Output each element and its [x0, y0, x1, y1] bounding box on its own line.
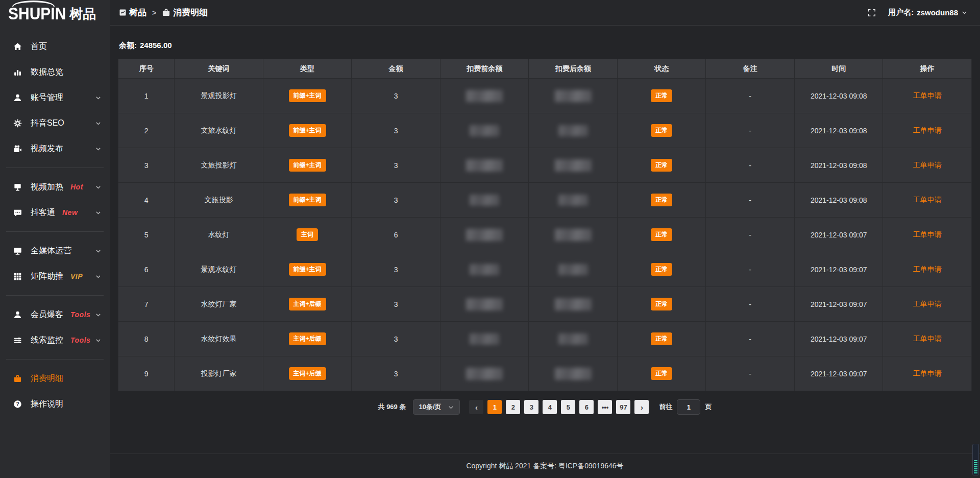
next-page-button[interactable]: › [634, 400, 649, 414]
sidebar-item-label: 全媒体运营 [31, 246, 71, 256]
page-button-6[interactable]: 6 [579, 400, 594, 414]
sidebar-item-tag: Hot [70, 183, 83, 191]
type-badge: 前缀+主词 [289, 159, 326, 171]
page-button-4[interactable]: 4 [543, 400, 557, 414]
work-order-link[interactable]: 工单申请 [913, 334, 942, 343]
cell-type: 前缀+主词 [263, 79, 352, 113]
redacted-value [555, 229, 592, 241]
status-badge: 正常 [651, 124, 672, 136]
sidebar-item-13[interactable]: 线索监控Tools [0, 327, 110, 353]
cell-action: 工单申请 [883, 252, 972, 287]
work-order-link[interactable]: 工单申请 [913, 230, 942, 238]
cell-time: 2021-12-03 09:08 [794, 113, 883, 148]
cell-keyword: 文旅水纹灯 [175, 113, 263, 148]
sidebar-item-12[interactable]: 会员爆客Tools [0, 302, 110, 327]
page-button-3[interactable]: 3 [524, 400, 538, 414]
page-button-1[interactable]: 1 [487, 400, 502, 414]
user-menu[interactable]: 用户名: zswodun88 [888, 8, 968, 17]
member-icon [13, 310, 23, 319]
type-badge: 主词+后缀 [289, 298, 326, 310]
sidebar-item-2[interactable]: 账号管理 [0, 85, 110, 110]
cell-type: 前缀+主词 [263, 183, 352, 218]
status-badge: 正常 [651, 332, 672, 345]
cell-action: 工单申请 [883, 322, 972, 356]
cell-remark: - [706, 148, 795, 183]
table-row: 1景观投影灯前缀+主词3正常-2021-12-03 09:08工单申请 [118, 79, 972, 113]
fullscreen-icon[interactable] [868, 9, 876, 17]
sidebar-item-15[interactable]: 消费明细 [0, 366, 110, 391]
type-badge: 前缀+主词 [289, 124, 326, 136]
page-size-select[interactable]: 10条/页 [413, 399, 460, 415]
work-order-link[interactable]: 工单申请 [913, 265, 942, 273]
cell-action: 工单申请 [883, 218, 972, 252]
cell-status: 正常 [617, 218, 706, 252]
work-order-link[interactable]: 工单申请 [913, 196, 942, 204]
sidebar-item-label: 消费明细 [31, 373, 63, 384]
cell-action: 工单申请 [883, 287, 972, 322]
column-header: 扣费后余额 [529, 59, 618, 79]
breadcrumb-item-0[interactable]: 树品 [119, 7, 146, 18]
status-badge: 正常 [651, 194, 672, 206]
column-header: 操作 [883, 59, 972, 79]
page-button-97[interactable]: 97 [616, 400, 630, 414]
sidebar-item-label: 矩阵助推 [31, 271, 63, 282]
logo-arc [12, 1, 55, 7]
cell-seq: 4 [118, 183, 175, 218]
status-badge: 正常 [651, 367, 672, 379]
work-order-link[interactable]: 工单申请 [913, 369, 942, 377]
username-label: 用户名: [888, 8, 914, 17]
redacted-value [470, 125, 499, 136]
prev-page-button[interactable]: ‹ [469, 400, 483, 414]
work-order-link[interactable]: 工单申请 [913, 300, 942, 308]
cell-seq: 8 [118, 322, 175, 356]
sidebar-item-4[interactable]: 视频发布 [0, 136, 110, 161]
chevron-down-icon [95, 120, 102, 127]
cell-amount: 3 [352, 79, 440, 113]
bars-icon [13, 68, 23, 77]
sidebar-item-16[interactable]: ?操作说明 [0, 391, 110, 417]
sidebar-item-tag: VIP [70, 272, 83, 280]
redacted-value [555, 368, 592, 380]
work-order-link[interactable]: 工单申请 [913, 91, 942, 100]
work-order-link[interactable]: 工单申请 [913, 161, 942, 169]
cell-seq: 3 [118, 148, 175, 183]
type-badge: 前缀+主词 [289, 89, 326, 102]
page-button-2[interactable]: 2 [506, 400, 520, 414]
expense-icon [13, 374, 23, 383]
sidebar-item-1[interactable]: 数据总览 [0, 59, 110, 85]
sidebar-item-3[interactable]: 抖音SEO [0, 110, 110, 136]
cell-keyword: 水纹灯厂家 [175, 287, 263, 322]
sidebar-item-9[interactable]: 全媒体运营 [0, 238, 110, 264]
cell-amount: 3 [352, 287, 440, 322]
pagination: 共 969 条10条/页‹123456•••97›前往页 [118, 399, 972, 415]
sidebar-item-0[interactable]: 首页 [0, 34, 110, 59]
chat-icon [13, 208, 23, 217]
svg-text:?: ? [16, 401, 19, 407]
page-button-5[interactable]: 5 [561, 400, 575, 414]
goto-page-input[interactable] [677, 399, 700, 415]
chevron-down-icon [95, 248, 102, 254]
sidebar-item-10[interactable]: 矩阵助推VIP [0, 264, 110, 289]
cell-balance-before [440, 183, 529, 218]
sidebar-item-7[interactable]: 抖客通New [0, 200, 110, 225]
chevron-down-icon [95, 184, 102, 190]
work-order-link[interactable]: 工单申请 [913, 126, 942, 134]
expense-icon [162, 8, 170, 17]
screen-icon [13, 183, 23, 192]
cell-seq: 5 [118, 218, 175, 252]
cell-balance-before [440, 79, 529, 113]
table-row: 2文旅水纹灯前缀+主词3正常-2021-12-03 09:08工单申请 [118, 113, 972, 148]
gear-icon [13, 119, 23, 128]
breadcrumb-item-1[interactable]: 消费明细 [162, 7, 208, 18]
cell-action: 工单申请 [883, 79, 972, 113]
cell-type: 主词+后缀 [263, 356, 352, 391]
cell-type: 前缀+主词 [263, 148, 352, 183]
goto-suffix: 页 [705, 402, 712, 412]
sidebar-item-6[interactable]: 视频加热Hot [0, 174, 110, 200]
cell-balance-before [440, 148, 529, 183]
sidebar-item-label: 数据总览 [31, 67, 63, 78]
app-window: SHUPIN 树品 首页数据总览账号管理抖音SEO视频发布视频加热Hot抖客通N… [0, 0, 980, 478]
more-pages-button[interactable]: ••• [598, 400, 612, 414]
breadcrumb-label: 消费明细 [173, 7, 208, 18]
cell-time: 2021-12-03 09:07 [794, 287, 883, 322]
